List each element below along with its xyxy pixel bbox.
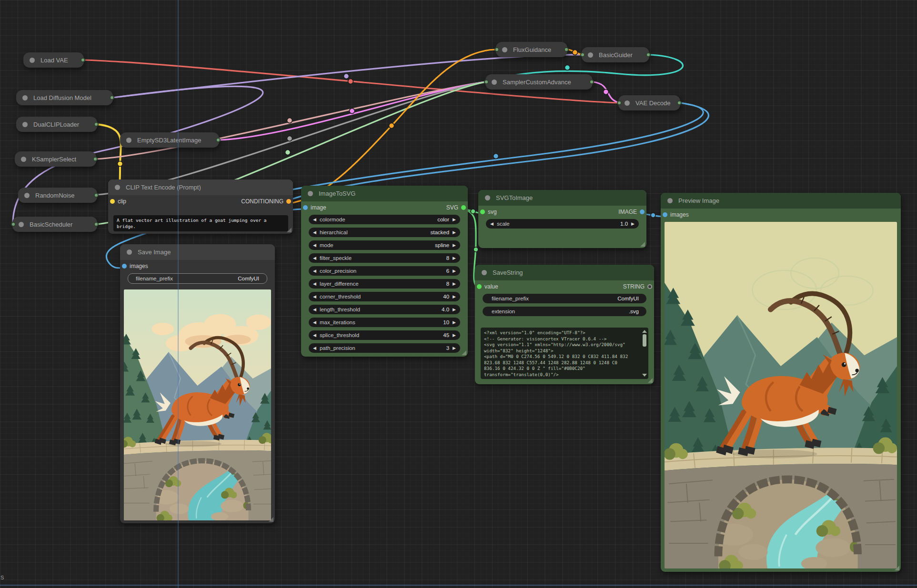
node-graph-canvas[interactable]: Load VAE Load Diffusion Model DualCLIPLo…	[0, 0, 917, 588]
increment-arrow-icon[interactable]: ▶	[453, 282, 456, 286]
node-svg-to-image[interactable]: SVGToImage svg IMAGE ◀scale1.0▶	[478, 190, 646, 248]
node-image-to-svg[interactable]: ImageToSVG image SVG ◀colormodecolor▶◀hi…	[301, 186, 468, 357]
decrement-arrow-icon[interactable]: ◀	[313, 218, 316, 222]
decrement-arrow-icon[interactable]: ◀	[313, 243, 316, 248]
output-port[interactable]	[564, 47, 569, 52]
collapse-dot-icon[interactable]	[482, 270, 487, 275]
widget-mode[interactable]: ◀modespline▶	[309, 240, 460, 250]
increment-arrow-icon[interactable]: ▶	[453, 230, 456, 235]
node-clip-text-encode[interactable]: CLIP Text Encode (Prompt) clip CONDITION…	[108, 179, 293, 234]
output-port[interactable]	[94, 222, 99, 227]
collapse-dot-icon[interactable]	[588, 52, 593, 58]
increment-arrow-icon[interactable]: ▶	[453, 243, 456, 248]
decrement-arrow-icon[interactable]: ◀	[313, 282, 316, 286]
svg-source-textarea[interactable]: <?xml version="1.0" encoding="UTF-8"?> <…	[481, 328, 648, 379]
widget-filename_prefix[interactable]: filename_prefixComfyUI	[128, 273, 267, 284]
node-header[interactable]: ImageToSVG	[301, 186, 468, 201]
decrement-arrow-icon[interactable]: ◀	[313, 256, 316, 260]
collapse-dot-icon[interactable]	[22, 122, 28, 127]
increment-arrow-icon[interactable]: ▶	[453, 333, 456, 338]
image-input-port[interactable]	[303, 205, 308, 210]
output-port[interactable]	[216, 138, 221, 142]
resize-handle[interactable]	[895, 566, 899, 570]
decrement-arrow-icon[interactable]: ◀	[313, 295, 316, 299]
collapse-dot-icon[interactable]	[115, 185, 120, 190]
output-port[interactable]	[589, 80, 594, 84]
collapse-dot-icon[interactable]	[24, 193, 30, 198]
widget-extension[interactable]: extension.svg	[483, 307, 646, 316]
wire-latent-empty[interactable]	[219, 82, 485, 140]
node-header[interactable]: SaveString	[475, 265, 654, 280]
widget-color_precision[interactable]: ◀color_precision6▶	[309, 266, 460, 276]
node-load-vae[interactable]: Load VAE	[23, 52, 84, 68]
increment-arrow-icon[interactable]: ▶	[453, 346, 456, 350]
node-save-image[interactable]: Save Image images filename_prefixComfyUI	[120, 244, 275, 523]
node-header[interactable]: Save Image	[120, 244, 275, 260]
increment-arrow-icon[interactable]: ▶	[453, 308, 456, 312]
decrement-arrow-icon[interactable]: ◀	[313, 269, 316, 273]
wire-dot[interactable]	[573, 50, 578, 55]
decrement-arrow-icon[interactable]: ◀	[313, 320, 316, 325]
images-input-port[interactable]	[663, 212, 667, 217]
widget-splice_threshold[interactable]: ◀splice_threshold45▶	[309, 330, 460, 340]
output-port[interactable]	[93, 157, 98, 161]
decrement-arrow-icon[interactable]: ◀	[313, 333, 316, 338]
node-random-noise[interactable]: RandomNoise	[18, 188, 97, 203]
widget-path_precision[interactable]: ◀path_precision3▶	[309, 343, 460, 353]
scroll-up-icon[interactable]	[642, 330, 647, 333]
increment-arrow-icon[interactable]: ▶	[453, 218, 456, 222]
collapse-dot-icon[interactable]	[492, 80, 497, 85]
output-port[interactable]	[94, 122, 99, 127]
collapse-dot-icon[interactable]	[502, 47, 507, 52]
widget-filename_prefix[interactable]: filename_prefixComfyUI	[483, 294, 646, 303]
wire-dot[interactable]	[350, 109, 355, 114]
increment-arrow-icon[interactable]: ▶	[453, 320, 456, 325]
collapse-dot-icon[interactable]	[127, 249, 132, 255]
prompt-textarea[interactable]: A flat vector art illustration of a goat…	[113, 215, 288, 231]
wire-dot[interactable]	[389, 123, 394, 129]
collapse-dot-icon[interactable]	[30, 58, 35, 63]
wire-dot[interactable]	[604, 90, 609, 95]
output-port[interactable]	[677, 100, 682, 105]
collapse-dot-icon[interactable]	[625, 100, 630, 106]
node-ksampler-select[interactable]: KSamplerSelect	[15, 151, 96, 167]
wire-conditioning[interactable]	[289, 50, 496, 203]
node-sampler-custom-advance[interactable]: SamplerCustomAdvance	[485, 74, 593, 90]
node-flux-guidance[interactable]: FluxGuidance	[496, 42, 567, 57]
node-dual-clip-loader[interactable]: DualCLIPLoader	[16, 117, 97, 132]
decrement-arrow-icon[interactable]: ◀	[313, 346, 316, 350]
conditioning-output-port[interactable]	[286, 199, 291, 204]
wire-dot[interactable]	[494, 154, 499, 159]
output-port[interactable]	[646, 52, 651, 57]
input-port[interactable]	[11, 222, 16, 227]
node-basic-guider[interactable]: BasicGuider	[582, 47, 649, 62]
collapse-dot-icon[interactable]	[667, 198, 673, 203]
widget-length_threshold[interactable]: ◀length_threshold4.0▶	[309, 305, 460, 314]
widget-filter_speckle[interactable]: ◀filter_speckle8▶	[309, 253, 460, 263]
increment-arrow-icon[interactable]: ▶	[453, 295, 456, 299]
widget-corner_threshold[interactable]: ◀corner_threshold40▶	[309, 292, 460, 301]
wire-dot[interactable]	[651, 213, 655, 218]
widget-max_iterations[interactable]: ◀max_iterations10▶	[309, 318, 460, 327]
resize-handle[interactable]	[640, 242, 645, 247]
clip-input-port[interactable]	[110, 199, 115, 204]
wire-latent-out[interactable]	[593, 82, 620, 103]
widget-colormode[interactable]: ◀colormodecolor▶	[309, 215, 460, 224]
scroll-thumb[interactable]	[643, 334, 646, 347]
increment-arrow-icon[interactable]: ▶	[453, 256, 456, 260]
wire-dot[interactable]	[285, 150, 291, 155]
collapse-dot-icon[interactable]	[22, 95, 28, 100]
svg-input-port[interactable]	[480, 209, 485, 214]
wire-dot[interactable]	[118, 161, 123, 167]
node-empty-sd3-latent-image[interactable]: EmptySD3LatentImage	[120, 132, 219, 148]
resize-handle[interactable]	[287, 228, 292, 232]
wire-dot[interactable]	[565, 65, 570, 70]
collapse-dot-icon[interactable]	[19, 222, 24, 227]
resize-handle[interactable]	[462, 350, 466, 355]
decrement-arrow-icon[interactable]: ◀	[313, 230, 316, 235]
resize-handle[interactable]	[269, 517, 273, 522]
collapse-dot-icon[interactable]	[308, 191, 313, 196]
node-header[interactable]: SVGToImage	[478, 190, 646, 206]
node-basic-scheduler[interactable]: BasicScheduler	[12, 217, 97, 232]
decrement-arrow-icon[interactable]: ◀	[490, 222, 494, 226]
